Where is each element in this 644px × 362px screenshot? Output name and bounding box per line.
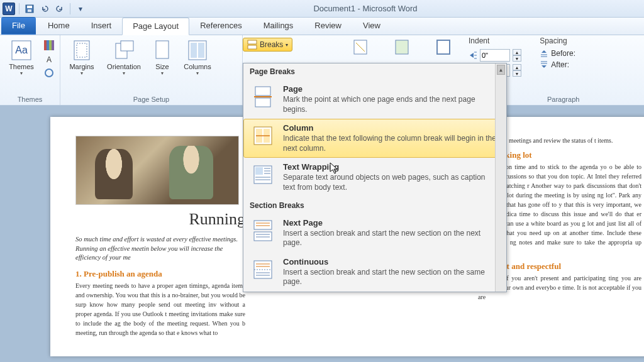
theme-colors-icon[interactable]	[43, 39, 55, 52]
columns-icon	[186, 39, 209, 62]
menu-item-next-page-section[interactable]: Next PageInsert a section break and star…	[243, 214, 506, 253]
tab-review[interactable]: Review	[304, 17, 352, 35]
margins-button[interactable]: Margins▾	[64, 38, 99, 76]
tab-mailings[interactable]: Mailings	[253, 17, 304, 35]
chevron-down-icon: ▾	[286, 42, 288, 48]
page-color-icon[interactable]	[394, 39, 410, 55]
spinner-down-icon[interactable]: ▼	[513, 55, 521, 62]
chevron-down-icon: ▾	[20, 70, 23, 76]
svg-rect-19	[248, 40, 257, 44]
page-break-icon	[250, 84, 275, 109]
size-icon	[151, 39, 174, 62]
indent-label: Indent	[469, 36, 525, 45]
spinner-down-icon[interactable]: ▼	[513, 70, 521, 77]
svg-rect-8	[52, 40, 54, 50]
paragraph-group-label: Paragraph	[547, 96, 579, 103]
indent-left-input[interactable]	[480, 49, 510, 62]
themes-sub-buttons: A	[43, 39, 55, 79]
document-intro: So much time and effort is wasted at eve…	[75, 235, 245, 263]
page-borders-icon[interactable]	[435, 39, 452, 55]
word-app-icon[interactable]: W	[3, 3, 15, 15]
svg-rect-40	[255, 167, 263, 175]
spacing-after-icon	[540, 60, 548, 69]
watermark-icon[interactable]	[352, 39, 369, 55]
svg-rect-15	[156, 41, 169, 58]
page-breaks-header: Page Breaks	[243, 63, 506, 80]
svg-rect-22	[396, 40, 408, 54]
orientation-icon	[113, 39, 135, 62]
group-page-setup: Margins▾ Orientation▾ Size▾ Columns▾ Pag…	[60, 35, 243, 105]
svg-text:Aa: Aa	[15, 45, 28, 55]
margins-icon	[70, 39, 93, 62]
qat-customize-dropdown-icon[interactable]: ▾	[74, 3, 87, 15]
breaks-dropdown: Page Breaks PageMark the point at which …	[243, 63, 507, 292]
svg-rect-35	[255, 98, 270, 107]
doc-paragraph-1: Every meeting needs to have a proper age…	[75, 281, 245, 337]
spinner-up-icon[interactable]: ▲	[513, 49, 521, 55]
svg-rect-17	[191, 43, 197, 58]
qat-redo-icon[interactable]	[53, 3, 66, 15]
section-breaks-header: Section Breaks	[243, 197, 506, 214]
tab-references[interactable]: References	[189, 17, 252, 35]
text-wrapping-icon	[250, 162, 275, 187]
svg-rect-1	[27, 6, 32, 8]
ribbon-obscured-buttons	[352, 39, 452, 55]
breaks-button[interactable]: Breaks ▾	[243, 38, 292, 52]
svg-rect-18	[198, 43, 204, 58]
menu-item-column-break[interactable]: ColumnIndicate that the text following t…	[243, 119, 506, 158]
breaks-icon	[247, 40, 257, 50]
svg-rect-46	[254, 221, 272, 229]
size-button[interactable]: Size▾	[148, 38, 176, 76]
tab-home[interactable]: Home	[37, 17, 80, 35]
qat-save-icon[interactable]	[23, 3, 36, 15]
svg-rect-34	[255, 87, 270, 96]
svg-rect-14	[121, 41, 133, 51]
menu-item-page-break[interactable]: PageMark the point at which one page end…	[243, 80, 506, 119]
ribbon-tabs: File Home Insert Page Layout References …	[0, 18, 644, 35]
dropdown-scrollbar[interactable]: ▲	[495, 63, 506, 292]
menu-item-continuous-section[interactable]: ContinuousInsert a section break and sta…	[243, 253, 506, 292]
next-page-section-icon	[250, 218, 275, 243]
tab-insert[interactable]: Insert	[80, 17, 123, 35]
tab-page-layout[interactable]: Page Layout	[122, 18, 189, 35]
spacing-before-icon	[540, 49, 548, 58]
indent-left-icon	[469, 51, 477, 60]
qat-undo-icon[interactable]	[38, 3, 51, 15]
tab-view[interactable]: View	[352, 17, 391, 35]
spacing-label: Spacing	[540, 36, 575, 45]
svg-text:A: A	[47, 55, 52, 64]
quick-access-toolbar: W ▾	[0, 3, 87, 15]
spinner-up-icon[interactable]: ▲	[513, 64, 521, 70]
svg-rect-5	[44, 40, 47, 50]
menu-item-text-wrapping-break[interactable]: Text WrappingSeparate text around object…	[243, 158, 506, 197]
theme-fonts-icon[interactable]: A	[43, 53, 55, 65]
svg-rect-2	[28, 9, 31, 12]
document-title: Running	[75, 210, 245, 229]
scrollbar-up-icon[interactable]: ▲	[497, 65, 505, 75]
orientation-button[interactable]: Orientation▾	[103, 38, 145, 76]
theme-effects-icon[interactable]	[43, 67, 55, 79]
column-break-icon	[250, 123, 275, 148]
themes-icon: Aa	[10, 39, 33, 62]
svg-point-10	[45, 69, 53, 77]
svg-rect-6	[47, 40, 49, 50]
columns-button[interactable]: Columns▾	[180, 38, 215, 76]
window-title: Document1 - Microsoft Word	[313, 4, 417, 13]
tab-file[interactable]: File	[1, 17, 36, 35]
group-themes: Aa Themes ▾ A Themes	[0, 35, 60, 105]
svg-rect-20	[248, 45, 257, 49]
svg-rect-49	[254, 232, 272, 241]
themes-button[interactable]: Aa Themes ▾	[4, 38, 39, 76]
doc-heading-1: 1. Pre-publish an agenda	[75, 269, 245, 279]
continuous-section-icon	[250, 257, 275, 282]
title-bar: W ▾ Document1 - Microsoft Word	[0, 0, 644, 18]
svg-rect-7	[49, 40, 52, 50]
svg-rect-23	[437, 40, 450, 54]
document-image	[75, 136, 239, 205]
